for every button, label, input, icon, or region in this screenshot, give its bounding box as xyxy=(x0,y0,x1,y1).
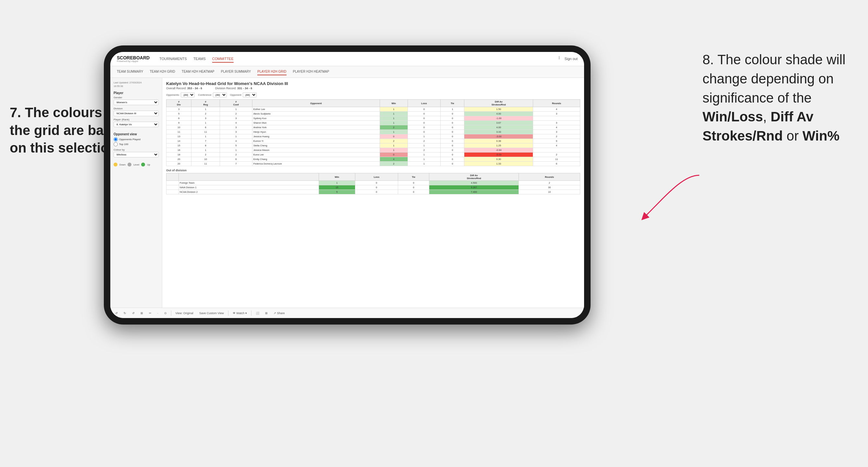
td-tie: 0 xyxy=(441,157,464,162)
td-loss: 0 xyxy=(355,185,398,190)
td-rounds: 2 xyxy=(519,181,580,185)
th-win: Win xyxy=(380,100,408,107)
nav-teams[interactable]: TEAMS xyxy=(193,56,206,63)
toolbar-save-custom[interactable]: Save Custom View xyxy=(197,311,225,315)
subnav-player-h2h-heatmap[interactable]: PLAYER H2H HEATMAP xyxy=(293,68,329,75)
th-win-ood: Win xyxy=(319,173,355,181)
toolbar-share[interactable]: ↗ Share xyxy=(272,311,286,315)
td-win: 1 xyxy=(380,112,408,116)
td-loss: 0 xyxy=(408,112,441,116)
td-diff: 0.30 xyxy=(464,157,533,162)
td-opponent: Andrea York xyxy=(252,125,380,130)
td-div: 18 xyxy=(166,153,191,157)
panel-title: Katelyn Vo Head-to-Head Grid for Women's… xyxy=(166,81,580,86)
td-loss: 0 xyxy=(355,181,398,185)
td-tie: 0 xyxy=(441,116,464,121)
td-rounds: 3 xyxy=(533,130,580,134)
td-win: 1 xyxy=(380,116,408,121)
nav-tournaments[interactable]: TOURNAMENTS xyxy=(159,56,187,63)
nav-signout[interactable]: Sign out xyxy=(565,56,578,63)
td-opponent: Heejo Hyun xyxy=(252,130,380,134)
toolbar-watch[interactable]: 👁 Watch ▾ xyxy=(231,311,249,315)
toolbar-grid[interactable]: ⊞ xyxy=(139,311,145,315)
td-foreign-team: Foreign Team xyxy=(179,181,319,185)
toolbar-redo[interactable]: ↻ xyxy=(122,311,128,315)
logo-text: SCOREBOARD xyxy=(117,56,150,60)
toolbar-clock[interactable]: ⊙ xyxy=(162,311,168,315)
filter-opponents-select[interactable]: (All) xyxy=(181,93,195,97)
td-tie: 0 xyxy=(441,148,464,153)
td-win: 0 xyxy=(380,134,408,139)
td-div: 13 xyxy=(166,134,191,139)
logo: SCOREBOARD Powered by clippd xyxy=(117,56,150,63)
td-tie: 0 xyxy=(441,144,464,148)
legend-level-label: Level xyxy=(133,163,139,166)
td-tie: 0 xyxy=(441,121,464,125)
td-diff: -3.00 xyxy=(464,134,533,139)
td-loss: 1 xyxy=(408,134,441,139)
sidebar-gender-label: Gender xyxy=(114,96,159,99)
top-nav: SCOREBOARD Powered by clippd TOURNAMENTS… xyxy=(110,52,584,66)
filter-conference-select[interactable]: (All) xyxy=(213,93,227,97)
toolbar-view-original[interactable]: View: Original xyxy=(174,311,195,315)
subnav-player-h2h-grid[interactable]: PLAYER H2H GRID xyxy=(257,68,286,75)
opponent-view-label: Opponent view xyxy=(114,132,159,136)
td-div: 6 xyxy=(166,116,191,121)
subnav-player-summary[interactable]: PLAYER SUMMARY xyxy=(221,68,251,75)
filters-row: Opponents: (All) Conference (All) Oppone… xyxy=(166,93,580,97)
radio-opponents-played[interactable]: Opponents Played xyxy=(114,137,159,142)
td-loss: 0 xyxy=(408,125,441,130)
colour-by-label: Colour by xyxy=(114,148,159,151)
toolbar-back[interactable]: ↺ xyxy=(130,311,136,315)
gender-select[interactable]: Women's xyxy=(114,100,159,105)
td-rounds: 4 xyxy=(533,125,580,130)
td-diff: 1.50 xyxy=(464,107,533,112)
legend-up-dot xyxy=(141,163,145,166)
filter-conference-label: Conference xyxy=(198,93,211,96)
td-diff: 7.400 xyxy=(429,190,519,194)
division-select[interactable]: NCAA Division III xyxy=(114,111,159,116)
last-updated: Last Updated: 27/03/2024 16:55:38 xyxy=(114,81,159,88)
td-rounds: 2 xyxy=(533,153,580,157)
table-row: 18 2 2 Euna Lee 0 1 0 -5.00 2 xyxy=(166,153,580,157)
toolbar-present[interactable]: ⬜ xyxy=(254,311,261,315)
player-rank-select[interactable]: 8. Katelyn Vo xyxy=(114,122,159,127)
td-opponent: Sydney Kuo xyxy=(252,116,380,121)
table-row: 11 11 3 Heejo Hyun 1 0 0 3.33 3 xyxy=(166,130,580,134)
radio-top100[interactable]: Top 100 xyxy=(114,142,159,146)
table-row: 5 2 2 Alexis Sudjianto 1 0 0 4.00 3 xyxy=(166,112,580,116)
toolbar-cut[interactable]: ✂ xyxy=(147,311,153,315)
annotation-bold-winloss: Win/Loss xyxy=(703,109,763,124)
subnav-team-h2h-grid[interactable]: TEAM H2H GRID xyxy=(150,68,175,75)
toolbar-undo[interactable]: ↺ xyxy=(114,311,119,315)
sidebar-player-section: Player xyxy=(114,91,159,95)
td-empty xyxy=(166,181,179,185)
filter-opponent-select[interactable]: (All) xyxy=(243,93,257,97)
subnav-team-h2h-heatmap[interactable]: TEAM H2H HEATMAP xyxy=(182,68,215,75)
legend-down-label: Down xyxy=(119,163,126,166)
td-empty xyxy=(166,190,179,194)
td-win: 2 xyxy=(380,162,408,166)
td-opponent: Alexis Sudjianto xyxy=(252,112,380,116)
table-row: NCAA Division 2 5 0 0 7.400 10 xyxy=(166,190,580,194)
th-reg: #Reg xyxy=(191,100,220,107)
th-conf: #Conf xyxy=(220,100,252,107)
td-loss: 0 xyxy=(408,121,441,125)
td-reg: 1 xyxy=(191,107,220,112)
radio-opponents-played-input[interactable] xyxy=(114,137,118,142)
td-conf: 3 xyxy=(220,130,252,134)
nav-committee[interactable]: COMMITTEE xyxy=(212,56,234,63)
td-win: 1 xyxy=(319,181,355,185)
subnav-team-summary[interactable]: TEAM SUMMARY xyxy=(117,68,144,75)
td-win: 2 xyxy=(380,125,408,130)
filter-opponents-label: Opponents: xyxy=(166,93,180,96)
td-div: 15 xyxy=(166,144,191,148)
toolbar-grid2[interactable]: ⊞ xyxy=(264,311,269,315)
td-opponent: Federica Domecq Lacroze xyxy=(252,162,380,166)
td-tie: 0 xyxy=(441,162,464,166)
logo-subtext: Powered by clippd xyxy=(117,60,150,63)
division-record-value: 331 - 34 - 6 xyxy=(237,87,252,90)
colour-by-select[interactable]: Win/loss xyxy=(114,152,159,157)
radio-top100-input[interactable] xyxy=(114,142,118,146)
overall-record-value: 353 - 34 - 6 xyxy=(187,87,202,90)
